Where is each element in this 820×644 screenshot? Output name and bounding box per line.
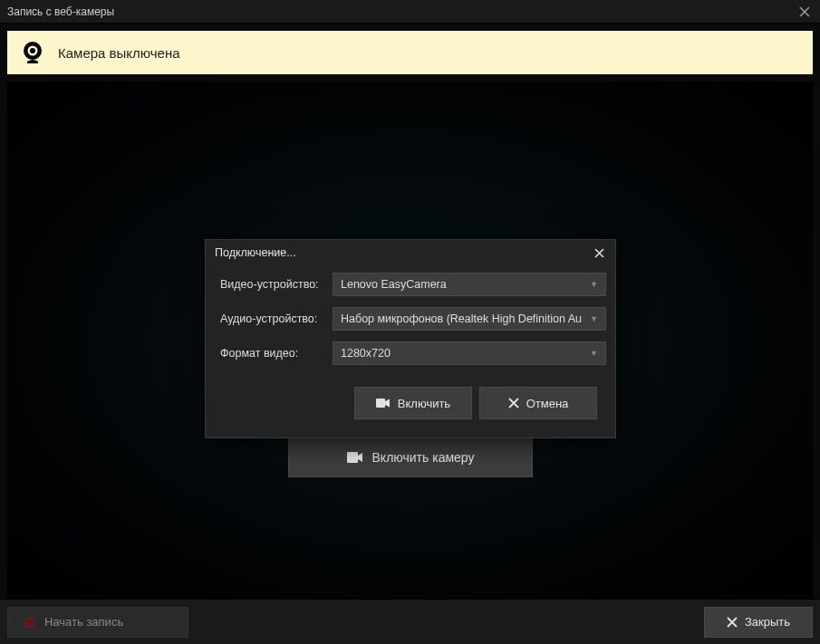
chevron-down-icon: ▼ <box>590 349 598 358</box>
connection-dialog: Подключение... Видео-устройство: Lenovo … <box>205 239 616 438</box>
dialog-close-button[interactable] <box>592 245 606 260</box>
audio-device-select[interactable]: Набор микрофонов (Realtek High Definitio… <box>333 307 606 331</box>
video-device-label: Видео-устройство: <box>215 278 333 291</box>
close-icon <box>508 398 519 409</box>
video-device-select[interactable]: Lenovo EasyCamera ▼ <box>333 273 606 296</box>
svg-point-2 <box>30 48 35 53</box>
svg-rect-3 <box>347 452 358 463</box>
cancel-button[interactable]: Отмена <box>479 387 597 419</box>
camera-icon <box>376 398 391 409</box>
enable-button[interactable]: Включить <box>354 387 472 419</box>
chevron-down-icon: ▼ <box>590 280 598 289</box>
window-close-button[interactable] <box>796 4 813 20</box>
audio-device-value: Набор микрофонов (Realtek High Definitio… <box>341 312 584 325</box>
banner-text: Камера выключена <box>58 45 180 61</box>
video-format-label: Формат видео: <box>215 347 333 360</box>
audio-device-label: Аудио-устройство: <box>215 312 333 325</box>
video-device-row: Видео-устройство: Lenovo EasyCamera ▼ <box>215 273 606 296</box>
enable-camera-label: Включить камеру <box>372 450 475 465</box>
start-record-button[interactable]: Начать запись <box>7 607 188 638</box>
audio-device-row: Аудио-устройство: Набор микрофонов (Real… <box>215 307 606 331</box>
dialog-title: Подключение... <box>215 246 296 259</box>
camera-off-banner: Камера выключена <box>7 31 813 74</box>
enable-camera-button[interactable]: Включить камеру <box>288 437 533 477</box>
cancel-button-label: Отмена <box>526 397 569 410</box>
dialog-body: Видео-устройство: Lenovo EasyCamera ▼ Ау… <box>206 265 615 437</box>
video-format-select[interactable]: 1280x720 ▼ <box>333 341 606 365</box>
close-icon <box>594 248 604 258</box>
video-device-value: Lenovo EasyCamera <box>341 278 584 291</box>
close-icon <box>799 6 810 17</box>
footer-bar: Начать запись Закрыть <box>0 599 820 644</box>
video-format-row: Формат видео: 1280x720 ▼ <box>215 341 606 365</box>
record-icon <box>24 617 35 628</box>
dialog-titlebar: Подключение... <box>206 240 615 265</box>
chevron-down-icon: ▼ <box>590 314 598 323</box>
close-button[interactable]: Закрыть <box>704 607 813 638</box>
camera-icon <box>347 451 363 464</box>
webcam-icon <box>20 40 45 65</box>
svg-rect-4 <box>376 399 385 408</box>
start-record-label: Начать запись <box>44 615 123 629</box>
enable-button-label: Включить <box>398 397 450 410</box>
close-button-label: Закрыть <box>745 615 790 629</box>
video-format-value: 1280x720 <box>341 347 584 360</box>
window-title: Запись с веб-камеры <box>7 5 114 18</box>
dialog-button-row: Включить Отмена <box>215 376 606 423</box>
video-preview-area: Включить камеру Подключение... Видео-уст… <box>7 82 813 601</box>
window-titlebar: Запись с веб-камеры <box>0 0 820 24</box>
close-icon <box>727 617 738 628</box>
